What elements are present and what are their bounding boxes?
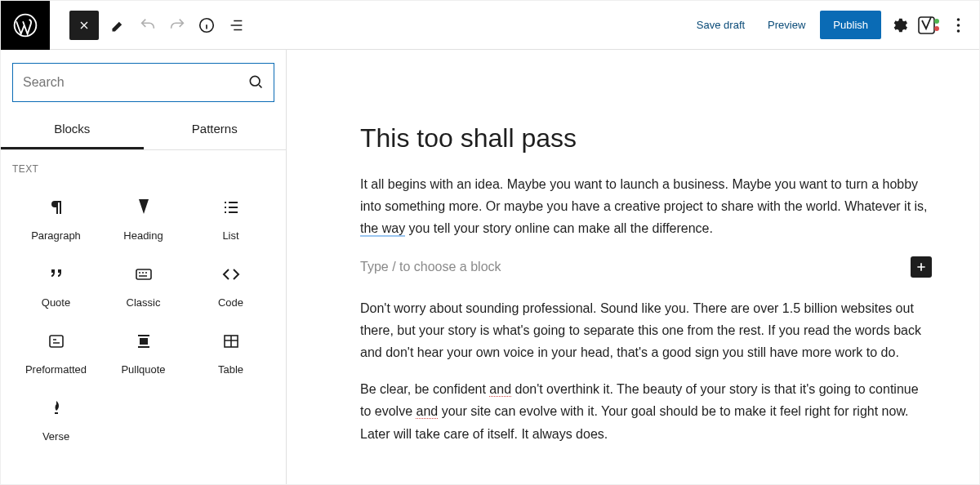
info-icon[interactable] [192, 11, 221, 40]
block-label: List [222, 229, 238, 242]
block-label: Quote [42, 296, 70, 309]
classic-icon [134, 265, 154, 287]
search-icon [247, 73, 264, 92]
para-text: It all begins with an idea. Maybe you wa… [360, 177, 928, 213]
content-row: Blocks Patterns TEXT Paragraph Heading L… [1, 50, 979, 484]
svg-rect-2 [919, 17, 934, 33]
svg-rect-9 [136, 269, 151, 279]
post-paragraph-1[interactable]: It all begins with an idea. Maybe you wa… [360, 173, 932, 240]
para-text: you tell your story online can make all … [405, 221, 713, 235]
wordpress-logo[interactable] [1, 1, 50, 50]
editor-inner: This too shall pass It all begins with a… [360, 123, 932, 445]
block-verse[interactable]: Verse [12, 385, 100, 452]
block-heading[interactable]: Heading [100, 185, 187, 251]
block-placeholder: Type / to choose a block [360, 260, 501, 274]
svg-point-5 [956, 18, 960, 21]
post-paragraph-2[interactable]: Don't worry about sounding professional.… [360, 297, 932, 364]
quote-icon [47, 265, 66, 287]
block-label: Table [218, 363, 243, 376]
code-icon [221, 265, 241, 287]
spellcheck-word: and [489, 382, 511, 397]
spellcheck-word: and [416, 404, 438, 419]
para-text: Be clear, be confident [360, 382, 489, 396]
svg-point-3 [934, 19, 939, 24]
search-wrapper [1, 50, 286, 110]
block-pullquote[interactable]: Pullquote [100, 318, 187, 385]
svg-point-4 [934, 26, 939, 31]
toolbar-right: Save draft Preview Publish [688, 11, 979, 39]
paragraph-icon [47, 198, 66, 220]
block-label: Pullquote [121, 363, 165, 376]
svg-rect-10 [50, 336, 63, 347]
block-label: Verse [42, 430, 69, 443]
yoast-icon[interactable] [917, 14, 940, 37]
block-label: Heading [123, 229, 163, 242]
inserter-tabs: Blocks Patterns [1, 110, 286, 150]
close-inserter-button[interactable] [69, 11, 99, 40]
block-label: Paragraph [31, 229, 81, 242]
heading-icon [134, 198, 154, 220]
list-icon [221, 198, 241, 220]
pullquote-icon [134, 331, 154, 354]
table-icon [221, 331, 241, 354]
block-paragraph[interactable]: Paragraph [12, 185, 100, 251]
add-block-button[interactable] [911, 256, 932, 278]
publish-button[interactable]: Publish [820, 11, 881, 39]
block-table[interactable]: Table [187, 318, 274, 385]
block-inserter-panel: Blocks Patterns TEXT Paragraph Heading L… [1, 50, 287, 484]
verse-icon [47, 398, 66, 420]
top-toolbar: Save draft Preview Publish [1, 1, 979, 50]
block-code[interactable]: Code [187, 251, 274, 318]
block-quote[interactable]: Quote [12, 251, 100, 318]
redo-icon[interactable] [163, 11, 192, 40]
search-box[interactable] [12, 63, 274, 102]
edit-tool-icon[interactable] [104, 11, 133, 40]
post-title[interactable]: This too shall pass [360, 123, 932, 154]
svg-rect-11 [140, 339, 147, 344]
link-the-way[interactable]: the way [360, 221, 405, 237]
tab-blocks[interactable]: Blocks [1, 110, 144, 149]
svg-point-8 [250, 76, 260, 86]
block-classic[interactable]: Classic [100, 251, 187, 318]
app-root: Save draft Preview Publish [0, 0, 980, 485]
block-label: Code [218, 296, 243, 309]
svg-point-7 [956, 29, 960, 33]
undo-icon[interactable] [133, 11, 163, 40]
section-text-label: TEXT [1, 150, 286, 181]
block-preformatted[interactable]: Preformatted [12, 318, 100, 385]
preformatted-icon [47, 331, 66, 354]
block-label: Preformatted [25, 363, 87, 376]
preview-button[interactable]: Preview [760, 12, 813, 38]
block-list[interactable]: List [187, 185, 274, 251]
para-text: your site can evolve with it. Your goal … [360, 404, 909, 440]
block-placeholder-row[interactable]: Type / to choose a block [360, 256, 932, 278]
settings-icon[interactable] [888, 14, 911, 37]
block-grid: Paragraph Heading List Quote Classic [1, 181, 286, 456]
svg-point-6 [956, 24, 960, 27]
editor-canvas[interactable]: This too shall pass It all begins with a… [287, 50, 979, 484]
save-draft-button[interactable]: Save draft [688, 12, 753, 38]
block-label: Classic [127, 296, 161, 309]
more-options-icon[interactable] [947, 14, 969, 37]
tab-patterns[interactable]: Patterns [144, 110, 287, 149]
post-paragraph-3[interactable]: Be clear, be confident and don't overthi… [360, 378, 932, 445]
outline-icon[interactable] [221, 11, 251, 40]
search-input[interactable] [23, 75, 247, 90]
